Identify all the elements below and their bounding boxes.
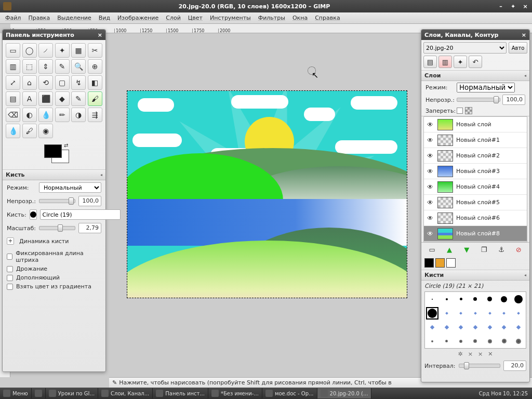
tab-paths-icon[interactable]: ✦ [454, 56, 467, 68]
brush-preset[interactable] [516, 339, 521, 344]
brush-preset[interactable] [473, 297, 477, 301]
collapse-icon[interactable]: ◂ [100, 172, 102, 177]
brush-name-input[interactable] [40, 209, 121, 220]
tool-23[interactable]: 🖌 [88, 91, 102, 106]
brush-new-icon[interactable]: ✕ [488, 351, 493, 357]
brush-preset[interactable] [459, 312, 462, 315]
tool-30[interactable]: 💧 [6, 124, 20, 138]
clock[interactable]: Срд Ноя 10, 12:25 [475, 391, 532, 396]
layer-row[interactable]: 👁Новый слой#5 [424, 195, 527, 210]
brush-preset[interactable] [502, 325, 506, 329]
lower-layer-icon[interactable]: ▼ [461, 245, 472, 254]
taskbar-item[interactable]: Уроки по GI... [46, 388, 98, 398]
new-layer-icon[interactable]: ▭ [427, 245, 437, 254]
layer-row[interactable]: 👁Новый слой#3 [424, 164, 527, 179]
layer-row[interactable]: 👁Новый слой#1 [424, 132, 527, 148]
anchor-layer-icon[interactable]: ⚓ [496, 245, 507, 254]
brush-preview[interactable] [30, 209, 37, 220]
tool-5[interactable]: ✂ [88, 43, 102, 58]
brush-preset[interactable] [445, 312, 448, 315]
brush-preset[interactable] [432, 299, 433, 300]
tool-25[interactable]: ◐ [22, 108, 37, 122]
brush-preset[interactable] [460, 298, 462, 300]
taskbar-item[interactable]: мое.doc - Op... [262, 388, 317, 398]
fg-color-swatch[interactable] [44, 144, 62, 158]
brush-delete2-icon[interactable]: × [478, 351, 483, 357]
toolbox-close-icon[interactable]: × [98, 32, 102, 38]
tool-31[interactable]: 🖋 [22, 124, 37, 138]
menu-Окна[interactable]: Окна [289, 14, 311, 22]
brush-preset[interactable] [426, 307, 438, 320]
opacity-slider[interactable] [39, 199, 75, 203]
tool-28[interactable]: ◑ [71, 108, 86, 122]
color-swatch[interactable] [435, 258, 445, 268]
brush-preset[interactable] [487, 325, 491, 329]
menu-Файл[interactable]: Файл [2, 14, 24, 22]
interval-slider[interactable] [459, 364, 500, 368]
brush-preset[interactable] [503, 312, 506, 315]
duplicate-layer-icon[interactable]: ❐ [479, 245, 489, 254]
color-swatches[interactable]: ⇄ [6, 142, 102, 166]
layer-list[interactable]: 👁Новый слой👁Новый слой#1👁Новый слой#2👁Но… [423, 116, 527, 242]
toolbox-title[interactable]: Панель инструменто × [3, 30, 105, 40]
brush-preset[interactable] [487, 297, 492, 301]
visibility-icon[interactable]: 👁 [426, 137, 434, 144]
tool-18[interactable]: ▤ [6, 91, 20, 106]
tool-10[interactable]: 🔍 [71, 59, 86, 74]
menu-Слой[interactable]: Слой [163, 14, 184, 22]
tool-26[interactable]: 💧 [38, 108, 53, 122]
brush-preset[interactable] [474, 312, 477, 315]
tool-27[interactable]: ✏ [55, 108, 70, 122]
menu-Инструменты[interactable]: Инструменты [207, 14, 254, 22]
lock-pixels-checkbox[interactable] [457, 108, 463, 114]
brush-preset[interactable] [502, 339, 507, 343]
delete-layer-icon[interactable]: ⊘ [513, 245, 524, 254]
menu-Вид[interactable]: Вид [96, 14, 113, 22]
layer-row[interactable]: 👁Новый слой#6 [424, 210, 527, 226]
color-swatch[interactable] [446, 258, 456, 268]
brush-preset[interactable] [501, 296, 507, 302]
layer-mode-select[interactable]: Нормальный [457, 83, 515, 92]
tool-19[interactable]: A [22, 91, 37, 106]
brush-preset[interactable] [514, 295, 523, 303]
brush-preset[interactable] [431, 340, 433, 342]
interval-value[interactable]: 20,0 [503, 361, 526, 371]
tool-21[interactable]: ◆ [55, 91, 70, 106]
brush-preset[interactable] [473, 325, 477, 329]
taskbar-item[interactable]: Слои, Канал... [98, 388, 153, 398]
tool-15[interactable]: ▢ [55, 75, 70, 90]
tool-17[interactable]: ◧ [88, 75, 102, 90]
menu-Справка[interactable]: Справка [312, 14, 343, 22]
tool-13[interactable]: ⌂ [22, 75, 37, 90]
scale-slider[interactable] [39, 226, 75, 230]
start-menu-button[interactable]: Меню [0, 388, 32, 398]
layer-row[interactable]: 👁Новый слой [424, 117, 527, 132]
layers-close-icon[interactable]: × [522, 32, 526, 38]
image-selector[interactable]: 20.jpg-20 [423, 42, 507, 54]
tool-32[interactable]: ◉ [38, 124, 53, 138]
brush-section-header[interactable]: Кисть◂ [3, 169, 105, 180]
color-swatch[interactable] [424, 258, 434, 268]
brush-preset[interactable] [459, 340, 462, 343]
menu-Выделение[interactable]: Выделение [54, 14, 95, 22]
visibility-icon[interactable]: 👁 [426, 199, 434, 206]
tool-2[interactable]: ⟋ [38, 43, 53, 58]
raise-layer-icon[interactable]: ▲ [444, 245, 455, 254]
tool-6[interactable]: ▥ [6, 59, 20, 74]
desktop-button[interactable] [32, 388, 46, 398]
tool-9[interactable]: ✎ [55, 59, 70, 74]
option-checkbox[interactable]: Взять цвет из градиента [7, 282, 101, 291]
tool-24[interactable]: ⌫ [6, 108, 20, 122]
brush-preset[interactable] [445, 340, 448, 342]
brush-grid[interactable] [424, 291, 526, 349]
menu-Фильтры[interactable]: Фильтры [255, 14, 288, 22]
brush-preset[interactable] [516, 325, 521, 329]
brush-preset[interactable] [459, 325, 463, 329]
tool-3[interactable]: ✦ [55, 43, 70, 58]
tool-7[interactable]: ⬚ [22, 59, 37, 74]
taskbar-item[interactable]: 20.jpg-20.0 (... [317, 388, 372, 398]
tool-29[interactable]: ⇶ [88, 108, 102, 122]
layer-opacity-slider[interactable] [457, 98, 500, 102]
visibility-icon[interactable]: 👁 [426, 152, 434, 159]
visibility-icon[interactable]: 👁 [426, 230, 434, 237]
